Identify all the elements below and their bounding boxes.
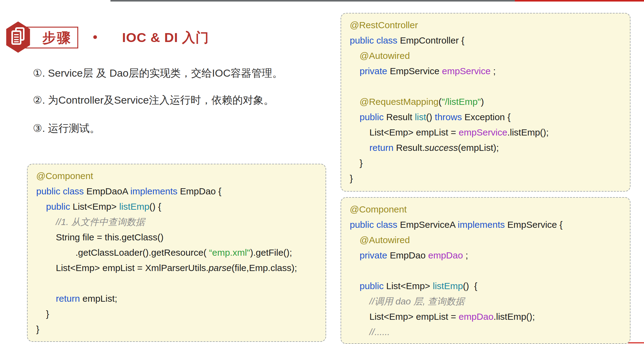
code-line: return Result.success(empList); [350, 140, 621, 155]
code-line: @Autowired [350, 48, 621, 63]
code-line: private EmpService empService ; [350, 63, 621, 79]
page-title: IOC & DI 入门 [122, 29, 209, 47]
code-line: } [36, 322, 317, 337]
code-line: List<Emp> empList = empService.listEmp()… [350, 125, 621, 140]
code-line: @Autowired [350, 232, 621, 248]
code-block-empcontroller: @RestControllerpublic class EmpControlle… [341, 13, 631, 192]
top-bar-gray-segment [110, 0, 515, 2]
code-line: public class EmpDaoA implements EmpDao { [36, 184, 317, 199]
step-item-3: ③. 运行测试。 [33, 122, 100, 134]
code-line: @Component [350, 202, 621, 217]
code-line: public List<Emp> listEmp() { [36, 199, 317, 214]
code-line: } [36, 306, 317, 322]
code-line: @RestController [350, 17, 621, 33]
code-line: String file = this.getClass() [36, 230, 317, 245]
code-line: @Component [36, 168, 317, 184]
code-line: public List<Emp> listEmp() { [350, 278, 621, 294]
code-line: public class EmpServiceA implements EmpS… [350, 217, 621, 232]
code-line: .getClassLoader().getResource( “emp.xml"… [36, 245, 317, 260]
code-line: } [350, 171, 621, 186]
code-block-empdao: @Componentpublic class EmpDaoA implement… [27, 164, 326, 342]
code-line: //调用 dao 层, 查询数据 [350, 294, 621, 309]
document-icon [6, 21, 31, 53]
code-line [350, 79, 621, 94]
code-line: public class EmpController { [350, 33, 621, 48]
code-line [36, 276, 317, 291]
code-line: @RequestMapping("/listEmp") [350, 94, 621, 109]
code-block-empservice: @Componentpublic class EmpServiceA imple… [341, 197, 631, 344]
step-item-2: ②. 为Controller及Service注入运行时，依赖的对象。 [33, 94, 274, 106]
code-line: //...... [350, 324, 621, 340]
badge-label: 步骤 [42, 31, 72, 44]
title-bullet-icon [93, 35, 97, 39]
code-line: List<Emp> empList = empDao.listEmp(); [350, 309, 621, 324]
code-line: } [350, 155, 621, 171]
step-item-1: ①. Service层 及 Dao层的实现类，交给IOC容器管理。 [33, 67, 283, 79]
code-line: //1. 从文件中查询数据 [36, 214, 317, 230]
code-line: List<Emp> empList = XmlParserUtils.parse… [36, 260, 317, 276]
top-bar-red-segment [515, 0, 644, 2]
code-line: private EmpDao empDao ; [350, 248, 621, 263]
code-line: return empList; [36, 291, 317, 306]
code-line [350, 263, 621, 278]
code-line: public Result list() throws Exception { [350, 109, 621, 125]
badge-steps: 步骤 [25, 27, 78, 48]
